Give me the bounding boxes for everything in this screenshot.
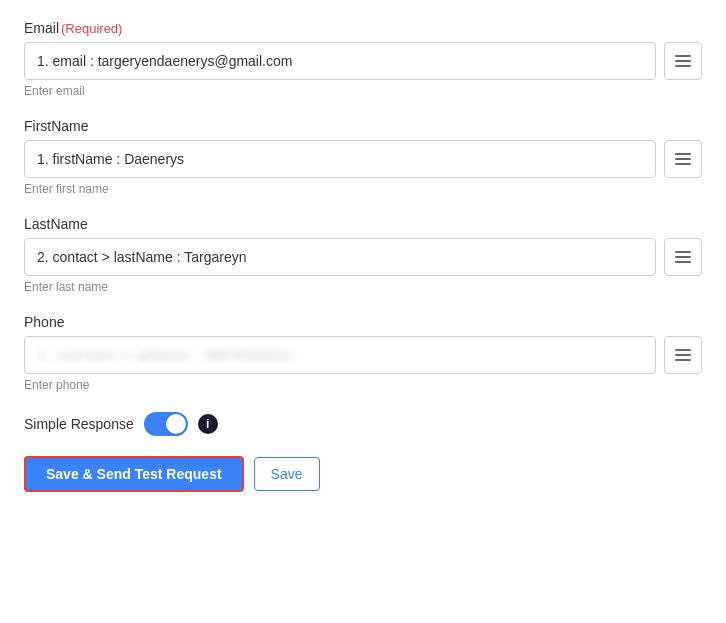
save-button[interactable]: Save (254, 457, 320, 491)
hamburger-icon (675, 55, 691, 67)
lastname-section: LastName Enter last name (24, 216, 702, 294)
actions-row: Save & Send Test Request Save (24, 456, 702, 492)
phone-input[interactable] (24, 336, 656, 374)
lastname-field-row (24, 238, 702, 276)
firstname-label: FirstName (24, 118, 702, 134)
firstname-section: FirstName Enter first name (24, 118, 702, 196)
lastname-menu-button[interactable] (664, 238, 702, 276)
email-field-row (24, 42, 702, 80)
firstname-input[interactable] (24, 140, 656, 178)
firstname-hint: Enter first name (24, 182, 702, 196)
save-send-button[interactable]: Save & Send Test Request (24, 456, 244, 492)
lastname-label: LastName (24, 216, 702, 232)
lastname-input[interactable] (24, 238, 656, 276)
lastname-hint: Enter last name (24, 280, 702, 294)
phone-menu-button[interactable] (664, 336, 702, 374)
email-input[interactable] (24, 42, 656, 80)
email-label: Email(Required) (24, 20, 702, 36)
firstname-field-row (24, 140, 702, 178)
hamburger-icon (675, 251, 691, 263)
phone-field-row (24, 336, 702, 374)
simple-response-row: Simple Response i (24, 412, 702, 436)
email-section: Email(Required) Enter email (24, 20, 702, 98)
simple-response-label: Simple Response (24, 416, 134, 432)
firstname-menu-button[interactable] (664, 140, 702, 178)
email-menu-button[interactable] (664, 42, 702, 80)
phone-hint: Enter phone (24, 378, 702, 392)
simple-response-toggle[interactable] (144, 412, 188, 436)
hamburger-icon (675, 349, 691, 361)
phone-label: Phone (24, 314, 702, 330)
info-icon[interactable]: i (198, 414, 218, 434)
phone-section: Phone Enter phone (24, 314, 702, 392)
toggle-thumb (166, 414, 186, 434)
hamburger-icon (675, 153, 691, 165)
email-hint: Enter email (24, 84, 702, 98)
